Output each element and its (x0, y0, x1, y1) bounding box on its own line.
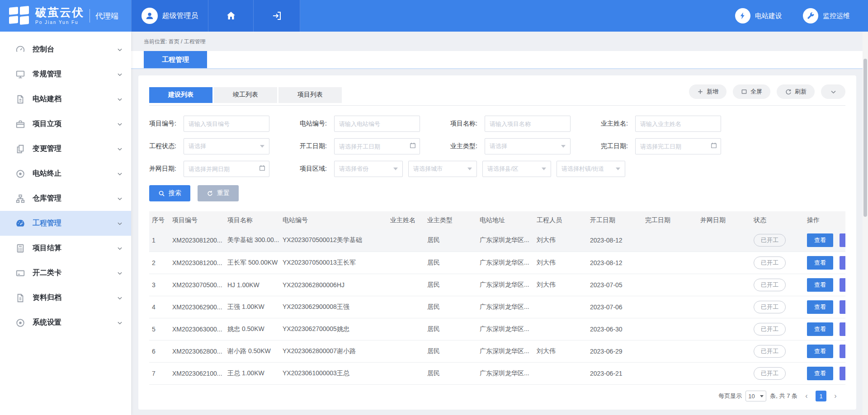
filter-panel: 项目编号: 电站编号: 项目名称: 业主姓名: 工程状态: (149, 106, 845, 201)
fullscreen-button[interactable]: 全屏 (733, 84, 770, 99)
home-button[interactable] (208, 0, 253, 32)
column-header: 电站地址 (477, 211, 534, 229)
province-select[interactable]: 请选择省份 (334, 161, 403, 177)
breadcrumb-label: 当前位置: (144, 38, 167, 45)
table-row[interactable]: 7 XM2023062100... 王总 1.00KW YX2023061000… (149, 362, 845, 384)
collapse-button[interactable] (821, 84, 845, 99)
cell-seq: 4 (149, 296, 170, 318)
table-row[interactable]: 6 XM2023062800... 谢小路 0.50KW YX202306280… (149, 340, 845, 362)
per-page-select[interactable]: 10 (745, 391, 766, 401)
finish-date-input[interactable] (635, 138, 721, 154)
view-button[interactable]: 查看 (807, 367, 833, 380)
cell-engineer: 刘大伟 (534, 274, 587, 296)
view-button[interactable]: 查看 (807, 345, 833, 358)
sidebar-item-target[interactable]: 电站终止 (0, 161, 131, 186)
edit-button[interactable]: 编辑 (840, 278, 845, 292)
column-header: 业主类型 (425, 211, 477, 229)
cell-owner-name (387, 296, 425, 318)
vertical-scrollbar[interactable] (863, 32, 868, 415)
view-button[interactable]: 查看 (807, 278, 833, 292)
view-button[interactable]: 查看 (807, 256, 833, 270)
project-name-input[interactable] (485, 116, 571, 132)
district-select[interactable]: 请选择县/区 (482, 161, 551, 177)
column-header: 工程人员 (534, 211, 587, 229)
grid-date-input[interactable] (184, 161, 269, 177)
nav-station-construction[interactable]: 电站建设 (735, 8, 782, 23)
owner-type-select[interactable]: 请选择 (485, 138, 571, 154)
reset-button[interactable]: 重置 (198, 185, 239, 201)
sidebar-item-monitor[interactable]: 常规管理 (0, 62, 131, 87)
status-badge: 已开工 (754, 301, 786, 313)
project-no-input[interactable] (184, 116, 269, 132)
cell-start-date: 2023-08-12 (587, 229, 642, 252)
edit-button[interactable]: 编辑 (840, 345, 845, 358)
sidebar-item-calculator[interactable]: 项目结算 (0, 236, 131, 261)
bolt-icon (735, 8, 750, 23)
sidebar-item-copy[interactable]: 变更管理 (0, 136, 131, 161)
cell-address: 广东深圳龙华区... (477, 229, 534, 252)
project-status-select[interactable]: 请选择 (184, 138, 269, 154)
sidebar-item-target[interactable]: 系统设置 (0, 310, 131, 335)
prev-page-button[interactable]: ‹ (801, 391, 812, 401)
current-user[interactable]: 超级管理员 (131, 0, 208, 32)
start-date-input[interactable] (334, 138, 420, 154)
caret-down-icon (616, 168, 620, 170)
owner-name-input[interactable] (635, 116, 721, 132)
cell-grid-date (698, 252, 751, 274)
street-select[interactable]: 请选择村镇/街道 (557, 161, 625, 177)
home-icon (226, 10, 236, 21)
subtab[interactable]: 项目列表 (278, 87, 342, 103)
plus-icon (697, 89, 703, 95)
sidebar-item-document[interactable]: 电站建档 (0, 87, 131, 112)
sidebar-item-briefcase[interactable]: 项目立项 (0, 112, 131, 136)
cell-engineer: 刘大伟 (534, 229, 587, 252)
column-header: 业主姓名 (387, 211, 425, 229)
cell-start-date: 2023-06-29 (587, 340, 642, 362)
calendar-icon (710, 142, 717, 149)
edit-button[interactable]: 编辑 (840, 233, 845, 247)
gauge-icon (15, 45, 25, 55)
tab-project-management[interactable]: 工程管理 (144, 51, 207, 68)
edit-button[interactable]: 编辑 (840, 256, 845, 270)
sidebar-item-gaugefill[interactable]: 工程管理 (0, 211, 131, 236)
cell-grid-date (698, 229, 751, 252)
view-button[interactable]: 查看 (807, 300, 833, 314)
nav-monitoring-ops[interactable]: 监控运维 (803, 8, 850, 23)
sidebar-item-document[interactable]: 资料归档 (0, 285, 131, 310)
table-row[interactable]: 5 XM2023063000... 姚忠 0.50KW YX2023062700… (149, 318, 845, 340)
view-button[interactable]: 查看 (807, 322, 833, 336)
subtab[interactable]: 建设列表 (149, 87, 212, 103)
refresh-button[interactable]: 刷新 (777, 84, 815, 99)
table-row[interactable]: 3 XM2023070500... HJ 1.00KW YX2023062800… (149, 274, 845, 296)
sidebar-item-sitemap[interactable]: 仓库管理 (0, 186, 131, 211)
city-select[interactable]: 请选择城市 (408, 161, 477, 177)
caret-down-icon (467, 168, 472, 170)
table-row[interactable]: 4 XM2023062900... 王强 1.00KW YX2023062900… (149, 296, 845, 318)
filter-label: 业主类型: (450, 142, 485, 150)
sidebar-item-card[interactable]: 开二类卡 (0, 261, 131, 285)
view-button[interactable]: 查看 (807, 233, 833, 247)
wrench-icon (803, 8, 818, 23)
breadcrumb-path[interactable]: 首页 / 工程管理 (169, 38, 206, 45)
sidebar-item-gauge[interactable]: 控制台 (0, 37, 131, 62)
edit-button[interactable]: 编辑 (840, 322, 845, 336)
status-badge: 已开工 (754, 345, 786, 358)
page-number[interactable]: 1 (816, 391, 826, 401)
next-page-button[interactable]: › (830, 391, 841, 401)
search-button[interactable]: 搜索 (149, 185, 190, 201)
edit-button[interactable]: 编辑 (840, 300, 845, 314)
table-row[interactable]: 2 XM2023081200... 王长军 500.00KW YX2023070… (149, 252, 845, 274)
cell-grid-date (698, 296, 751, 318)
table-row[interactable]: 1 XM2023081200... 美学基础 300.00... YX20230… (149, 229, 845, 252)
logout-button[interactable] (253, 0, 300, 32)
status-badge: 已开工 (754, 256, 786, 269)
edit-button[interactable]: 编辑 (840, 367, 845, 380)
column-header: 序号 (149, 211, 170, 229)
add-button[interactable]: 新增 (689, 84, 726, 99)
cell-project-no: XM2023062900... (170, 296, 225, 318)
station-no-input[interactable] (334, 116, 420, 132)
cell-project-no: XM2023070500... (170, 274, 225, 296)
subtab[interactable]: 竣工列表 (214, 87, 277, 103)
scrollbar-thumb[interactable] (863, 59, 867, 217)
cell-project-no: XM2023081200... (170, 229, 225, 252)
